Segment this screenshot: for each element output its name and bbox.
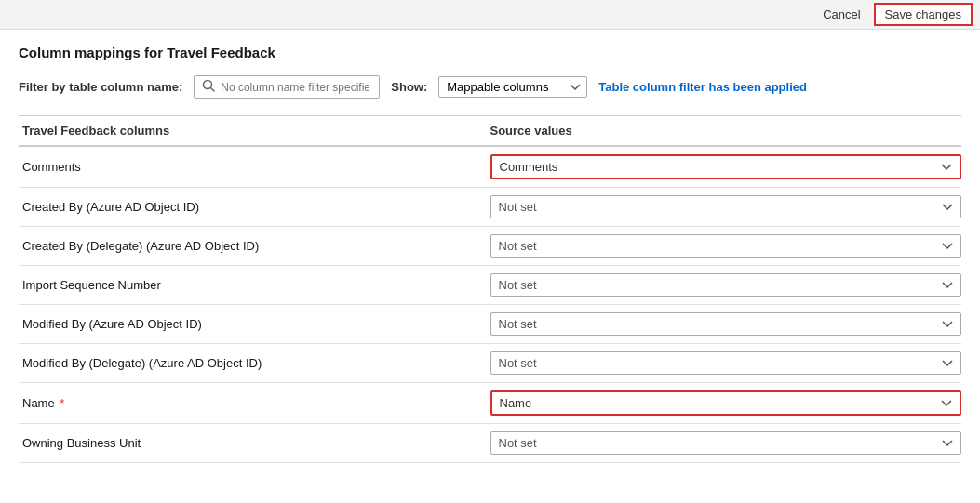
column-header-left: Travel Feedback columns: [19, 124, 490, 138]
row-select-4[interactable]: Not setComments: [490, 312, 962, 336]
cancel-button[interactable]: Cancel: [815, 5, 867, 24]
page-title: Column mappings for Travel Feedback: [19, 45, 961, 60]
row-label-4: Modified By (Azure AD Object ID): [19, 317, 490, 331]
table-row: Import Sequence NumberNot setComments: [19, 266, 961, 305]
filter-applied-message: Table column filter has been applied: [598, 80, 807, 94]
table-body: CommentsCommentsNot setCreated By (Azure…: [19, 147, 961, 463]
row-value-7: Not setComments: [490, 431, 962, 455]
filter-label: Filter by table column name:: [19, 80, 182, 94]
row-select-2[interactable]: Not setComments: [490, 234, 962, 258]
table-row: Owning Business UnitNot setComments: [19, 424, 961, 463]
column-header-right: Source values: [490, 124, 962, 138]
row-select-3[interactable]: Not setComments: [490, 273, 962, 297]
table-row: Created By (Azure AD Object ID)Not setCo…: [19, 188, 961, 227]
search-icon: [202, 79, 215, 95]
table-row: CommentsCommentsNot set: [19, 147, 961, 188]
show-select[interactable]: Mappable columnsAll columns: [438, 76, 587, 98]
save-button[interactable]: Save changes: [874, 3, 973, 26]
show-label: Show:: [391, 80, 427, 94]
table-row: Created By (Delegate) (Azure AD Object I…: [19, 227, 961, 266]
row-label-7: Owning Business Unit: [19, 436, 490, 450]
row-select-0[interactable]: CommentsNot set: [490, 154, 962, 179]
row-label-5: Modified By (Delegate) (Azure AD Object …: [19, 356, 490, 370]
row-select-5[interactable]: Not setComments: [490, 351, 962, 375]
row-label-1: Created By (Azure AD Object ID): [19, 200, 490, 214]
table-row: Modified By (Azure AD Object ID)Not setC…: [19, 305, 961, 344]
row-label-0: Comments: [19, 160, 490, 174]
column-filter-input[interactable]: [221, 81, 369, 94]
row-value-0: CommentsNot set: [490, 154, 962, 179]
main-content: Column mappings for Travel Feedback Filt…: [0, 30, 980, 478]
row-select-7[interactable]: Not setComments: [490, 431, 962, 455]
row-label-2: Created By (Delegate) (Azure AD Object I…: [19, 239, 490, 253]
table-row: Name *NameNot setComments: [19, 383, 961, 424]
row-value-4: Not setComments: [490, 312, 962, 336]
svg-line-1: [211, 88, 215, 92]
filter-input-wrapper: [194, 75, 380, 99]
required-star-6: *: [57, 396, 65, 410]
row-select-1[interactable]: Not setComments: [490, 195, 962, 218]
row-value-1: Not setComments: [490, 195, 962, 218]
row-value-5: Not setComments: [490, 351, 962, 375]
row-label-6: Name *: [19, 396, 490, 410]
row-select-6[interactable]: NameNot setComments: [490, 390, 962, 416]
row-value-2: Not setComments: [490, 234, 962, 258]
row-label-3: Import Sequence Number: [19, 278, 490, 292]
table-header: Travel Feedback columns Source values: [19, 115, 961, 147]
row-value-6: NameNot setComments: [490, 390, 962, 416]
top-bar: Cancel Save changes: [0, 0, 980, 30]
row-value-3: Not setComments: [490, 273, 962, 297]
filter-bar: Filter by table column name: Show: Mappa…: [19, 75, 961, 99]
table-row: Modified By (Delegate) (Azure AD Object …: [19, 344, 961, 383]
